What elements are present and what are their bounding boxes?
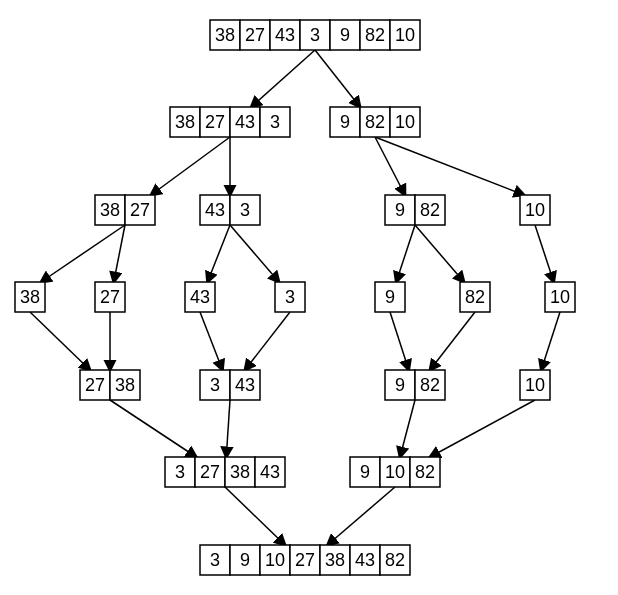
array-node-final: 391027384382 bbox=[200, 545, 410, 575]
edge bbox=[375, 137, 405, 195]
cell-value: 3 bbox=[210, 550, 220, 570]
edge bbox=[430, 400, 535, 457]
cell-value: 43 bbox=[355, 550, 375, 570]
edge bbox=[230, 225, 279, 282]
cell-value: 38 bbox=[230, 462, 250, 482]
cell-value: 38 bbox=[175, 112, 195, 132]
cell-value: 27 bbox=[100, 287, 120, 307]
cell-value: 9 bbox=[240, 550, 250, 570]
array-node-rlr: 82 bbox=[460, 282, 490, 312]
cell-value: 43 bbox=[190, 287, 210, 307]
cell-value: 38 bbox=[215, 25, 235, 45]
cell-value: 82 bbox=[465, 287, 485, 307]
edge bbox=[200, 312, 223, 370]
cell-value: 10 bbox=[395, 25, 415, 45]
cell-value: 43 bbox=[275, 25, 295, 45]
cell-value: 27 bbox=[85, 375, 105, 395]
array-node-rll: 9 bbox=[375, 282, 405, 312]
cell-value: 27 bbox=[245, 25, 265, 45]
edge bbox=[208, 225, 231, 282]
cell-value: 27 bbox=[130, 200, 150, 220]
cell-value: 82 bbox=[420, 375, 440, 395]
array-node-ml: 3273843 bbox=[165, 457, 285, 487]
cell-value: 43 bbox=[205, 200, 225, 220]
cell-value: 9 bbox=[395, 200, 405, 220]
edge bbox=[415, 225, 464, 282]
cell-value: 43 bbox=[235, 112, 255, 132]
cell-value: 82 bbox=[415, 462, 435, 482]
cell-value: 3 bbox=[310, 25, 320, 45]
array-node-ll: 3827 bbox=[95, 195, 155, 225]
cell-value: 10 bbox=[525, 200, 545, 220]
edge bbox=[251, 50, 315, 107]
edge bbox=[315, 50, 360, 107]
array-node-mrl: 982 bbox=[385, 370, 445, 400]
cell-value: 3 bbox=[270, 112, 280, 132]
edge bbox=[151, 137, 230, 195]
edge bbox=[541, 312, 560, 370]
cell-value: 38 bbox=[325, 550, 345, 570]
cell-value: 27 bbox=[295, 550, 315, 570]
array-node-mlr: 343 bbox=[200, 370, 260, 400]
cell-value: 38 bbox=[115, 375, 135, 395]
cell-value: 38 bbox=[20, 287, 40, 307]
cell-value: 82 bbox=[385, 550, 405, 570]
edge bbox=[245, 312, 290, 370]
edge bbox=[41, 225, 125, 282]
array-node-r: 98210 bbox=[330, 107, 420, 137]
cell-value: 3 bbox=[210, 375, 220, 395]
mergesort-diagram: 3827433982103827433982103827433982103827… bbox=[0, 0, 618, 595]
edge bbox=[396, 225, 415, 282]
cell-value: 38 bbox=[100, 200, 120, 220]
array-node-mrr: 10 bbox=[520, 370, 550, 400]
edge bbox=[430, 312, 475, 370]
array-node-rr: 10 bbox=[520, 195, 550, 225]
cell-value: 27 bbox=[205, 112, 225, 132]
cell-value: 3 bbox=[240, 200, 250, 220]
edge bbox=[400, 400, 415, 457]
edge bbox=[110, 400, 196, 457]
cell-value: 27 bbox=[200, 462, 220, 482]
array-node-rrr: 10 bbox=[545, 282, 575, 312]
array-node-lrl: 43 bbox=[185, 282, 215, 312]
cell-value: 43 bbox=[260, 462, 280, 482]
cell-value: 9 bbox=[360, 462, 370, 482]
edge bbox=[30, 312, 90, 370]
cell-value: 82 bbox=[420, 200, 440, 220]
cell-value: 3 bbox=[175, 462, 185, 482]
array-node-lr: 433 bbox=[200, 195, 260, 225]
cell-value: 82 bbox=[365, 112, 385, 132]
array-node-mr: 91082 bbox=[350, 457, 440, 487]
edge bbox=[375, 137, 524, 195]
cell-value: 10 bbox=[525, 375, 545, 395]
cell-value: 9 bbox=[340, 25, 350, 45]
cell-value: 9 bbox=[340, 112, 350, 132]
array-node-rl: 982 bbox=[385, 195, 445, 225]
array-node-lrr: 3 bbox=[275, 282, 305, 312]
edge bbox=[328, 487, 396, 545]
array-node-l: 3827433 bbox=[170, 107, 290, 137]
edge bbox=[225, 487, 285, 545]
cell-value: 43 bbox=[235, 375, 255, 395]
edge bbox=[390, 312, 409, 370]
array-node-mll: 2738 bbox=[80, 370, 140, 400]
array-node-llr: 27 bbox=[95, 282, 125, 312]
cell-value: 82 bbox=[365, 25, 385, 45]
edge bbox=[535, 225, 554, 282]
cell-value: 3 bbox=[285, 287, 295, 307]
cell-value: 10 bbox=[385, 462, 405, 482]
cell-value: 9 bbox=[385, 287, 395, 307]
cell-value: 10 bbox=[395, 112, 415, 132]
cell-value: 9 bbox=[395, 375, 405, 395]
array-node-root: 382743398210 bbox=[210, 20, 420, 50]
cell-value: 10 bbox=[550, 287, 570, 307]
cell-value: 10 bbox=[265, 550, 285, 570]
edge bbox=[226, 400, 230, 457]
array-node-lll: 38 bbox=[15, 282, 45, 312]
edge bbox=[114, 225, 125, 282]
